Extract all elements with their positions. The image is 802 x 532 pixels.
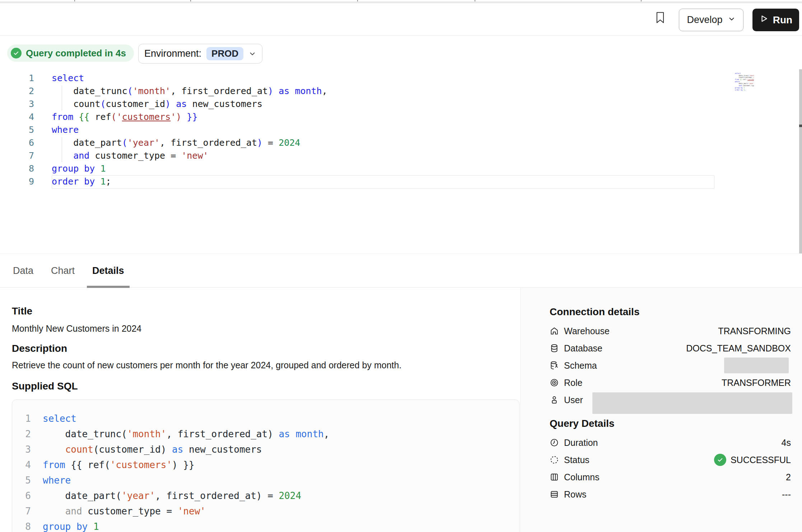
row-value: TRANSFORMER	[722, 378, 791, 388]
line-number: 4	[0, 111, 34, 123]
rows-icon	[550, 490, 559, 499]
row-label: Columns	[564, 472, 600, 482]
row-value: 2	[786, 472, 791, 482]
columns-row: Columns2	[550, 468, 791, 486]
environment-value-pill: PROD	[206, 47, 243, 60]
row-label: Rows	[564, 489, 587, 500]
scrollbar-marker	[799, 125, 802, 127]
develop-label: Develop	[687, 14, 722, 25]
environment-select[interactable]: Environment: PROD	[138, 44, 262, 64]
code-line: 8group by 1	[0, 162, 802, 175]
line-number: 8	[12, 519, 31, 532]
query-details-heading: Query Details	[550, 417, 791, 430]
code-line: 2 date_trunc('month', first_ordered_at) …	[12, 426, 519, 442]
clock-icon	[550, 438, 559, 447]
line-number: 1	[12, 411, 31, 426]
status-row: StatusSUCCESSFUL	[550, 451, 791, 468]
editor-code: 1select2 date_trunc('month', first_order…	[0, 72, 802, 188]
develop-dropdown-button[interactable]: Develop	[679, 9, 743, 31]
line-number: 2	[12, 426, 31, 442]
ref-link[interactable]: customers	[747, 79, 754, 80]
connection-details-heading: Connection details	[550, 306, 791, 318]
row-label: Schema	[564, 360, 597, 371]
line-number: 7	[0, 149, 34, 162]
user-icon	[550, 395, 559, 405]
rows-row: Rows---	[550, 486, 791, 503]
supplied-sql-heading: Supplied SQL	[12, 380, 78, 392]
connection-details-rows: WarehouseTRANSFORMINGDatabaseDOCS_TEAM_S…	[550, 322, 791, 409]
duration-row: Duration4s	[550, 434, 791, 451]
connection-details-panel: Connection details WarehouseTRANSFORMING…	[520, 288, 802, 532]
line-number: 9	[0, 175, 34, 188]
check-circle-icon	[11, 48, 22, 59]
warehouse-row: WarehouseTRANSFORMING	[550, 322, 791, 340]
line-number: 6	[12, 488, 31, 504]
row-value: ---	[782, 489, 791, 500]
row-value: DOCS_TEAM_SANDBOX	[686, 343, 791, 354]
line-number: 5	[0, 123, 34, 136]
row-value: SUCCESSFUL	[714, 454, 791, 466]
run-button[interactable]: Run	[752, 9, 799, 31]
environment-label: Environment:	[144, 48, 201, 59]
description-heading: Description	[12, 342, 67, 355]
role-icon	[550, 378, 559, 387]
supplied-sql-code-block: 1select2 date_trunc('month', first_order…	[12, 400, 519, 532]
row-label: Status	[564, 455, 589, 465]
line-number: 4	[12, 457, 31, 473]
row-label: Warehouse	[564, 326, 610, 336]
user-row: User	[550, 391, 791, 409]
query-details-rows: Duration4sStatusSUCCESSFULColumns2Rows--…	[550, 434, 791, 503]
check-circle-icon	[714, 454, 726, 466]
code-line: 9order by 1;	[0, 175, 802, 188]
title-heading: Title	[12, 305, 32, 317]
sql-editor[interactable]: 1select2 date_trunc('month', first_order…	[0, 72, 802, 253]
tab-data[interactable]: Data	[8, 254, 39, 288]
row-value: TRANSFORMING	[718, 326, 791, 336]
row-label: Duration	[564, 438, 598, 448]
results-tabbar: DataChartDetails	[0, 253, 802, 288]
line-number: 8	[0, 162, 34, 175]
line-number: 3	[0, 98, 34, 111]
row-label: Role	[564, 378, 582, 388]
code-line: 1select	[0, 72, 802, 85]
bookmark-icon	[656, 11, 665, 25]
line-number: 7	[12, 504, 31, 519]
bookmark-button[interactable]	[654, 10, 666, 26]
warehouse-icon	[550, 326, 559, 336]
code-line: 4from {{ ref('customers') }}	[0, 111, 802, 123]
code-line: 7 and customer_type = 'new'	[0, 149, 802, 162]
code-line: 4from {{ ref('customers') }}	[12, 457, 519, 473]
code-line: 6 date_part('year', first_ordered_at) = …	[12, 488, 519, 504]
code-line: 1select	[12, 411, 519, 426]
editor-minimap[interactable]: select date_trunc('month', first_ordered…	[717, 73, 754, 95]
title-value: Monthly New Customers in 2024	[12, 322, 141, 335]
code-line: 5where	[12, 473, 519, 488]
code-line: order by 1;	[717, 89, 754, 91]
role-row: RoleTRANSFORMER	[550, 374, 791, 391]
tab-details[interactable]: Details	[87, 254, 130, 288]
details-panel: Title Monthly New Customers in 2024 Desc…	[0, 288, 802, 532]
chevron-down-icon	[248, 50, 256, 58]
line-number: 3	[12, 442, 31, 457]
database-row: DatabaseDOCS_TEAM_SANDBOX	[550, 340, 791, 357]
editor-scrollbar[interactable]	[799, 69, 802, 257]
description-value: Retrieve the count of new customers per …	[12, 359, 401, 371]
play-icon	[759, 14, 769, 26]
row-label: User	[564, 395, 583, 405]
code-line: 8group by 1	[12, 519, 519, 532]
indent-guide	[62, 85, 62, 111]
code-line: 2 date_trunc('month', first_ordered_at) …	[0, 85, 802, 98]
run-label: Run	[773, 14, 792, 26]
indent-guide	[62, 137, 62, 162]
line-number: 2	[0, 85, 34, 98]
code-line: 6 date_part('year', first_ordered_at) = …	[0, 136, 802, 149]
line-number: 5	[12, 473, 31, 488]
query-metadata-section: Title Monthly New Customers in 2024 Desc…	[12, 288, 520, 532]
toolbar: Develop Run	[0, 3, 802, 36]
tab-chart[interactable]: Chart	[46, 254, 80, 288]
columns-icon	[550, 472, 559, 482]
code-line: 5where	[0, 123, 802, 136]
ref-link[interactable]: customers	[122, 112, 171, 122]
chevron-down-icon	[728, 14, 736, 25]
schema-row: Schema	[550, 357, 791, 374]
